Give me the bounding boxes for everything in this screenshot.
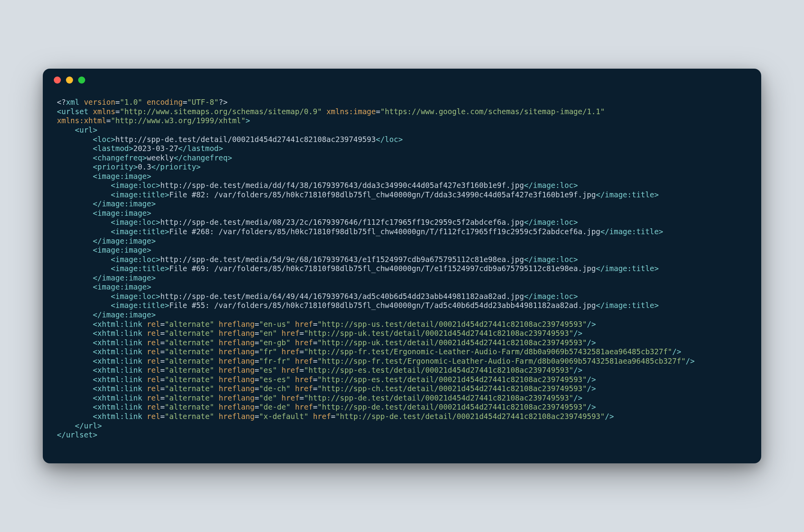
minimize-icon[interactable]: [66, 77, 73, 84]
window-titlebar: [43, 69, 761, 91]
maximize-icon[interactable]: [78, 77, 85, 84]
close-icon[interactable]: [54, 77, 61, 84]
terminal-window: <?xml version="1.0" encoding="UTF-8"?> <…: [43, 69, 761, 463]
code-block: <?xml version="1.0" encoding="UTF-8"?> <…: [43, 91, 761, 463]
